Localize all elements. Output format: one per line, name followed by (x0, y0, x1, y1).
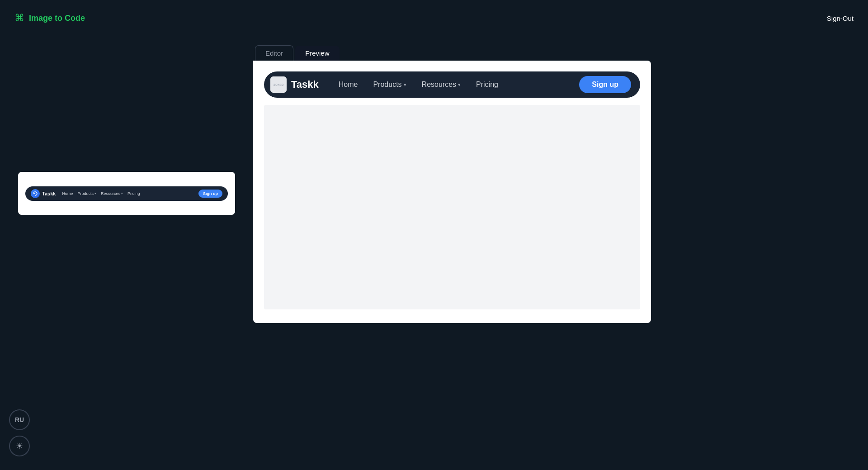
thumb-nav-home[interactable]: Home (62, 191, 73, 196)
preview-nav-products[interactable]: Products ▾ (367, 78, 412, 91)
thumbnail-card: Taskk Home Products ▾ Resources ▾ Pricin… (18, 172, 235, 215)
preview-panel: 30×30 Taskk Home Products ▾ Resources ▾ … (253, 61, 651, 323)
preview-nav-home[interactable]: Home (332, 78, 364, 91)
app-title: Image to Code (29, 14, 85, 23)
resources-chevron-icon: ▾ (458, 82, 461, 88)
svg-point-0 (34, 193, 35, 194)
thumb-logo-icon (31, 189, 40, 198)
thumb-nav-products[interactable]: Products ▾ (77, 191, 96, 196)
preview-navbar: 30×30 Taskk Home Products ▾ Resources ▾ … (264, 71, 640, 98)
command-icon: ⌘ (14, 12, 24, 24)
preview-content-area (264, 105, 640, 309)
thumb-nav-links: Home Products ▾ Resources ▾ Pricing (62, 191, 192, 196)
left-thumbnail: Taskk Home Products ▾ Resources ▾ Pricin… (18, 172, 235, 215)
sun-icon: ☀ (16, 441, 23, 451)
products-chevron-icon: ▾ (404, 82, 406, 88)
main-content: Taskk Home Products ▾ Resources ▾ Pricin… (0, 36, 868, 332)
app-logo: ⌘ Image to Code (14, 12, 85, 24)
tab-editor[interactable]: Editor (255, 45, 293, 61)
thumb-logo-text: Taskk (42, 191, 56, 196)
preview-logo-text: Taskk (291, 79, 319, 90)
preview-nav-links: Home Products ▾ Resources ▾ Pricing (332, 78, 580, 91)
preview-logo-image: 30×30 (270, 76, 287, 93)
theme-toggle-button[interactable]: ☀ (9, 436, 30, 456)
bottom-left-controls: RU ☀ (9, 409, 30, 456)
thumb-logo: Taskk (31, 189, 56, 198)
sign-out-button[interactable]: Sign-Out (827, 14, 854, 22)
right-area: Editor Preview 30×30 Taskk Home Products (253, 45, 850, 323)
thumb-signup-button[interactable]: Sign up (198, 190, 222, 198)
thumb-navbar: Taskk Home Products ▾ Resources ▾ Pricin… (25, 186, 228, 201)
preview-nav-pricing[interactable]: Pricing (470, 78, 505, 91)
preview-signup-button[interactable]: Sign up (579, 76, 631, 93)
thumb-nav-resources[interactable]: Resources ▾ (101, 191, 123, 196)
tab-bar: Editor Preview (253, 45, 850, 61)
thumb-nav-pricing[interactable]: Pricing (127, 191, 140, 196)
preview-logo: 30×30 Taskk (270, 76, 319, 93)
preview-nav-resources[interactable]: Resources ▾ (415, 78, 467, 91)
top-bar: ⌘ Image to Code Sign-Out (0, 0, 868, 36)
tab-preview[interactable]: Preview (295, 46, 339, 61)
user-avatar-button[interactable]: RU (9, 409, 30, 430)
